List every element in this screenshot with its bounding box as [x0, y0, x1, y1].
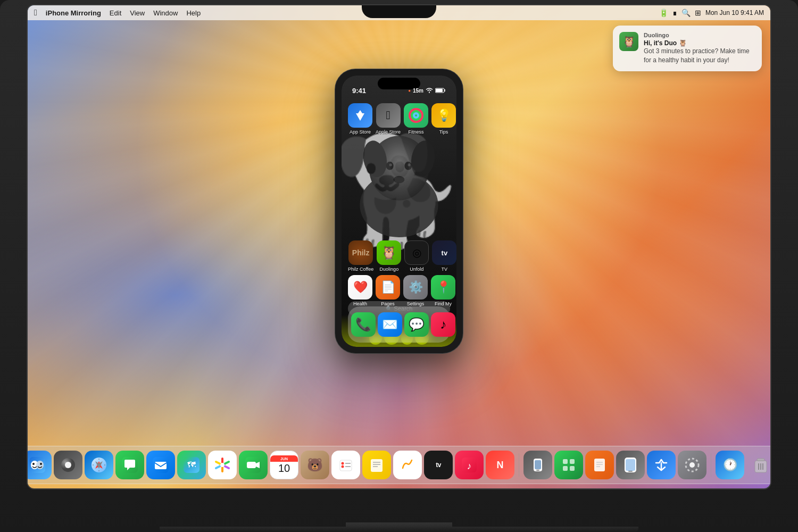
tv-icon: tv — [432, 240, 456, 265]
iphone-status-icons: ● 15m — [408, 88, 446, 94]
svg-text:♪: ♪ — [467, 461, 472, 471]
music-icon: ♪ — [431, 312, 455, 337]
dock-bear[interactable]: 🐻 — [301, 451, 329, 479]
svg-point-7 — [408, 163, 410, 166]
dock-messages[interactable] — [115, 451, 144, 479]
iphone-app-applestore[interactable]:  Apple Store — [376, 103, 401, 135]
iphone-app-duolingo[interactable]: 🦉 Duolingo — [377, 240, 401, 272]
svg-text:🗺: 🗺 — [187, 460, 196, 469]
applestore-label: Apple Store — [376, 129, 401, 135]
menu-bar-left:  iPhone Mirroring Edit View Window Help — [34, 8, 201, 18]
svg-rect-48 — [563, 459, 568, 464]
unfold-icon: ◎ — [404, 240, 429, 265]
phone-icon: 📞 — [351, 312, 376, 337]
iphone-dock-messages[interactable]: 💬 — [404, 312, 429, 337]
appstore-label: App Store — [350, 129, 371, 135]
dock-mail[interactable] — [146, 451, 175, 479]
menu-window[interactable]: Window — [153, 9, 178, 17]
dock-news[interactable]: N — [486, 451, 514, 479]
tips-label: Tips — [439, 129, 448, 135]
iphone-time: 9:41 — [352, 87, 366, 95]
duolingo-label: Duolingo — [380, 267, 399, 272]
svg-rect-47 — [536, 470, 539, 471]
notification-title: Hi, it's Duo 🦉 — [644, 39, 755, 47]
dock-numbers[interactable] — [554, 451, 583, 479]
fitness-icon — [404, 103, 428, 128]
camera-notch — [362, 5, 436, 18]
svg-rect-39 — [371, 459, 383, 472]
apple-logo-icon[interactable]:  — [34, 8, 37, 18]
dock-system-preferences[interactable] — [678, 451, 706, 479]
dock-iphone[interactable] — [616, 451, 645, 479]
svg-rect-50 — [563, 466, 568, 471]
spotlight-icon[interactable]: 🔍 — [681, 9, 691, 17]
iphone-mirroring-window[interactable]: 9:41 ● 15m — [335, 69, 463, 353]
dock-trash[interactable] — [746, 451, 771, 479]
messages-icon: 💬 — [404, 312, 429, 337]
iphone-app-philz[interactable]: Philz Philz Coffee — [348, 240, 373, 272]
iphone-dock-mail[interactable]: ✉️ — [378, 312, 402, 337]
dock-music[interactable]: ♪ — [455, 451, 484, 479]
iphone-body: 9:41 ● 15m — [335, 69, 463, 353]
svg-rect-33 — [247, 462, 256, 468]
svg-point-35 — [342, 462, 344, 465]
svg-rect-46 — [535, 460, 541, 469]
macbook-base — [160, 527, 638, 532]
dock-reminders[interactable] — [331, 451, 360, 479]
settings-icon: ⚙️ — [403, 275, 428, 300]
dock-freeform[interactable] — [393, 451, 422, 479]
iphone-app-tips[interactable]: 💡 Tips — [431, 103, 456, 135]
dock-finder[interactable] — [27, 451, 52, 479]
dock-appstore[interactable] — [647, 451, 676, 479]
menu-edit[interactable]: Edit — [110, 9, 121, 17]
dock-launchpad[interactable] — [54, 451, 82, 479]
findmy-icon: 📍 — [431, 275, 455, 300]
svg-rect-34 — [340, 460, 352, 471]
notification-app-name: Duolingo — [644, 32, 755, 38]
svg-rect-63 — [757, 459, 764, 461]
philz-label: Philz Coffee — [348, 267, 373, 272]
dock-appletv[interactable]: tv — [424, 451, 453, 479]
dock-facetime[interactable] — [239, 451, 268, 479]
appstore-icon — [348, 103, 372, 128]
iphone-dock-phone[interactable]: 📞 — [351, 312, 376, 337]
duolingo-notification[interactable]: 🦉 Duolingo Hi, it's Duo 🦉 Got 3 minutes … — [613, 26, 762, 71]
macbook-frame:  iPhone Mirroring Edit View Window Help… — [0, 0, 798, 532]
wifi-icon: ∎ — [672, 9, 677, 17]
iphone-battery-icon — [435, 88, 446, 93]
svg-rect-58 — [628, 471, 633, 472]
iphone-app-appstore[interactable]: App Store — [348, 103, 372, 135]
dock-safari[interactable] — [85, 451, 113, 479]
dock-pages[interactable] — [585, 451, 614, 479]
svg-rect-18 — [65, 462, 71, 468]
menu-help[interactable]: Help — [186, 9, 201, 17]
notification-body: Got 3 minutes to practice? Make time for… — [644, 47, 755, 65]
iphone-app-tv[interactable]: tv TV — [432, 240, 456, 272]
unfold-label: Unfold — [410, 267, 423, 272]
screen-bezel:  iPhone Mirroring Edit View Window Help… — [27, 4, 771, 489]
iphone-status-bar: 9:41 ● 15m — [342, 76, 456, 99]
svg-point-6 — [389, 163, 392, 166]
iphone-app-fitness[interactable]: Fitness — [404, 103, 428, 135]
iphone-wifi-icon — [426, 88, 433, 93]
iphone-screen[interactable]: 9:41 ● 15m — [342, 76, 456, 347]
dock-screentime[interactable]: 🕐 — [716, 451, 744, 479]
dock-maps[interactable]: 🗺 — [177, 451, 206, 479]
control-center-icon[interactable]: ⊞ — [695, 9, 701, 17]
iphone-app-unfold[interactable]: ◎ Unfold — [404, 240, 429, 272]
iphone-dock-music[interactable]: ♪ — [431, 312, 455, 337]
dock-photos[interactable] — [208, 451, 237, 479]
iphone-dock: 📞 ✉️ 💬 ♪ — [348, 306, 450, 343]
menu-view[interactable]: View — [130, 9, 145, 17]
dock-calendar[interactable]: JUN 10 — [270, 451, 298, 479]
iphone-apps-middle-row: Philz Philz Coffee 🦉 Duolingo ◎ Unfold — [342, 240, 456, 272]
pages-icon: 📄 — [376, 275, 400, 300]
tips-icon: 💡 — [431, 103, 456, 128]
dock-separator-1 — [519, 453, 519, 477]
notification-content: Duolingo Hi, it's Duo 🦉 Got 3 minutes to… — [644, 32, 755, 65]
svg-point-14 — [32, 463, 35, 465]
dock-notes[interactable] — [362, 451, 391, 479]
svg-point-8 — [394, 176, 405, 184]
svg-point-15 — [40, 463, 42, 465]
dock-iphone-mirroring[interactable] — [523, 451, 552, 479]
